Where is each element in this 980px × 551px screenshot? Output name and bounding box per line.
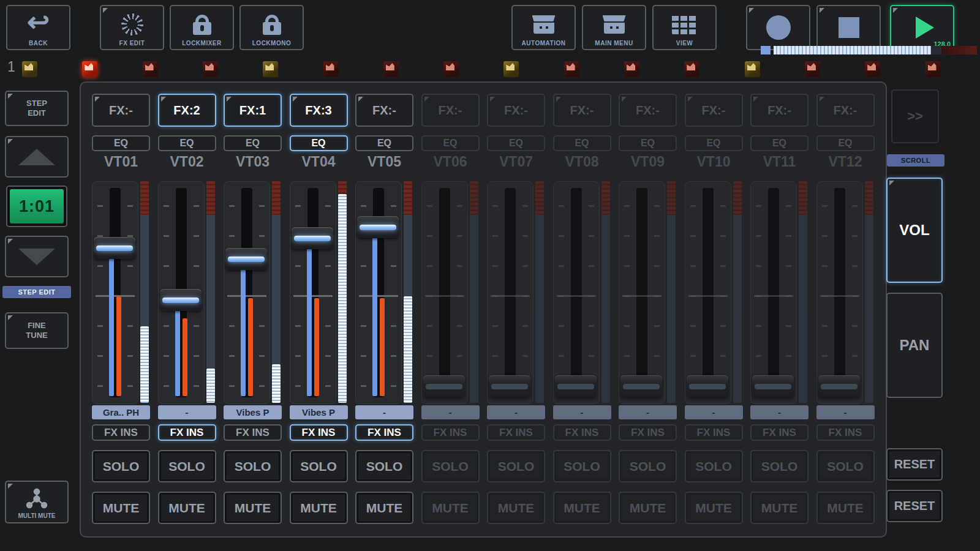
volume-fader[interactable]	[816, 181, 863, 404]
eq-button[interactable]: EQ	[421, 135, 480, 151]
pad-indicator[interactable]	[865, 61, 880, 77]
fx-slot-button[interactable]: FX:-	[92, 94, 150, 127]
eq-button[interactable]: EQ	[158, 135, 216, 151]
volume-fader[interactable]	[685, 181, 731, 404]
automation-button[interactable]: AUTOMATION	[511, 5, 576, 50]
fx-ins-button[interactable]: FX INS	[290, 424, 348, 441]
sample-name[interactable]: -	[487, 405, 545, 419]
pad-indicator[interactable]	[383, 61, 399, 77]
stop-button[interactable]	[816, 5, 881, 50]
sample-name[interactable]: Vibes P	[224, 405, 282, 419]
mute-button[interactable]: MUTE	[816, 492, 875, 524]
solo-button[interactable]: SOLO	[487, 450, 545, 482]
eq-button[interactable]: EQ	[355, 135, 413, 151]
fx-ins-button[interactable]: FX INS	[92, 424, 150, 441]
solo-button[interactable]: SOLO	[158, 450, 216, 482]
solo-button[interactable]: SOLO	[92, 450, 150, 482]
play-button[interactable]: 128.0	[890, 5, 954, 50]
solo-button[interactable]: SOLO	[290, 450, 348, 482]
mute-button[interactable]: MUTE	[750, 492, 809, 524]
sample-name[interactable]: -	[421, 405, 480, 419]
sample-name[interactable]: -	[355, 405, 413, 419]
pad-indicator[interactable]	[624, 61, 639, 77]
fader-handle[interactable]	[94, 237, 135, 259]
fader-handle[interactable]	[620, 375, 662, 397]
eq-button[interactable]: EQ	[816, 135, 875, 151]
pad-indicator[interactable]	[443, 61, 459, 77]
sample-name[interactable]: -	[158, 405, 216, 419]
volume-fader[interactable]	[421, 181, 468, 404]
fx-ins-button[interactable]: FX INS	[224, 424, 282, 441]
mute-button[interactable]: MUTE	[553, 492, 611, 524]
fine-tune-button[interactable]: FINE TUNE	[5, 312, 69, 349]
eq-button[interactable]: EQ	[487, 135, 545, 151]
fx-ins-button[interactable]: FX INS	[685, 424, 743, 441]
solo-button[interactable]: SOLO	[355, 450, 413, 482]
pad-indicator[interactable]	[684, 61, 699, 77]
solo-button[interactable]: SOLO	[750, 450, 809, 482]
fader-handle[interactable]	[687, 375, 728, 397]
reset-solo-button[interactable]: RESET	[886, 448, 943, 481]
volume-fader[interactable]	[158, 181, 205, 404]
eq-button[interactable]: EQ	[224, 135, 282, 151]
mute-button[interactable]: MUTE	[685, 492, 743, 524]
mute-button[interactable]: MUTE	[92, 492, 150, 524]
step-down-button[interactable]	[5, 236, 69, 277]
solo-button[interactable]: SOLO	[619, 450, 677, 482]
fader-handle[interactable]	[423, 375, 465, 397]
fx-ins-button[interactable]: FX INS	[487, 424, 545, 441]
pad-indicator[interactable]	[564, 61, 579, 77]
fx-ins-button[interactable]: FX INS	[553, 424, 611, 441]
pad-indicator[interactable]	[323, 61, 339, 77]
mute-button[interactable]: MUTE	[224, 492, 282, 524]
scroll-right-button[interactable]: >>	[891, 89, 939, 143]
fx-slot-button[interactable]: FX:-	[750, 94, 809, 127]
eq-button[interactable]: EQ	[685, 135, 743, 151]
mute-button[interactable]: MUTE	[355, 492, 413, 524]
sample-name[interactable]: -	[685, 405, 743, 419]
eq-button[interactable]: EQ	[619, 135, 677, 151]
view-button[interactable]: VIEW	[652, 5, 717, 50]
pad-indicator[interactable]	[925, 61, 941, 77]
mute-button[interactable]: MUTE	[619, 492, 677, 524]
volume-fader[interactable]	[750, 181, 797, 404]
volume-fader[interactable]	[355, 181, 402, 404]
vol-mode-button[interactable]: VOL	[886, 178, 943, 283]
fader-handle[interactable]	[818, 375, 860, 397]
lockmono-button[interactable]: LOCKMONO	[239, 5, 304, 50]
eq-button[interactable]: EQ	[553, 135, 611, 151]
pad-indicator[interactable]	[143, 61, 158, 77]
fader-handle[interactable]	[489, 375, 530, 397]
fx-slot-button[interactable]: FX:-	[421, 94, 480, 127]
reset-mute-button[interactable]: RESET	[886, 490, 943, 522]
sample-name[interactable]: -	[750, 405, 809, 419]
fader-handle[interactable]	[292, 227, 333, 249]
fader-handle[interactable]	[225, 248, 267, 270]
fx-slot-button[interactable]: FX:2	[158, 94, 216, 127]
fx-slot-button[interactable]: FX:-	[355, 94, 413, 127]
fx-slot-button[interactable]: FX:-	[816, 94, 875, 127]
fader-handle[interactable]	[160, 289, 202, 311]
pad-indicator[interactable]	[203, 61, 218, 77]
volume-fader[interactable]	[224, 181, 270, 404]
pad-indicator[interactable]	[82, 61, 97, 77]
fx-slot-button[interactable]: FX:-	[685, 94, 743, 127]
solo-button[interactable]: SOLO	[224, 450, 282, 482]
fader-handle[interactable]	[357, 216, 399, 238]
sample-name[interactable]: -	[816, 405, 875, 419]
pad-indicator[interactable]	[805, 61, 820, 77]
sample-name[interactable]: Gra.. PH	[92, 405, 150, 419]
mute-button[interactable]: MUTE	[487, 492, 545, 524]
fx-ins-button[interactable]: FX INS	[816, 424, 875, 441]
volume-fader[interactable]	[487, 181, 533, 404]
pad-indicator[interactable]	[503, 61, 519, 77]
fx-ins-button[interactable]: FX INS	[355, 424, 413, 441]
mute-button[interactable]: MUTE	[421, 492, 480, 524]
step-edit-button[interactable]: STEP EDIT	[5, 91, 69, 126]
lockmixer-button[interactable]: LOCKMIXER	[170, 5, 234, 50]
pad-indicator[interactable]	[22, 61, 37, 77]
fx-slot-button[interactable]: FX:3	[290, 94, 348, 127]
eq-button[interactable]: EQ	[290, 135, 348, 151]
solo-button[interactable]: SOLO	[816, 450, 875, 482]
solo-button[interactable]: SOLO	[685, 450, 743, 482]
